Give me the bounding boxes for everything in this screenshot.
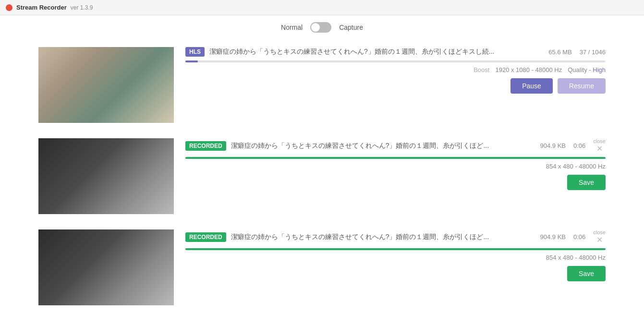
normal-label: Normal — [281, 24, 303, 31]
item-title-3: 潔癖症の姉から「うちとキスの練習させてくれへん?」婚前の１週間、糸が引くほど..… — [231, 233, 535, 241]
item-details-2: 854 x 480 - 48000 Hz — [185, 163, 606, 170]
capture-label: Capture — [339, 24, 363, 31]
item-title-2: 潔癖症の姉から「うちとキスの練習させてくれへん?」婚前の１週間、糸が引くほど..… — [231, 142, 535, 150]
item-details-1: Boost 1920 x 1080 - 48000 Hz Quality - H… — [185, 66, 606, 73]
item-info-2: RECORDED 潔癖症の姉から「うちとキスの練習させてくれへん?」婚前の１週間… — [185, 138, 606, 190]
app-name: Stream Recorder — [16, 4, 67, 11]
pause-button-1[interactable]: Pause — [510, 78, 553, 94]
progress-fill-3 — [185, 248, 606, 250]
resume-button-1[interactable]: Resume — [558, 78, 606, 94]
progress-bar-3 — [185, 248, 606, 250]
item-title-1: 潔癖症の姉から「うちとキスの練習させてくれへん?」婚前の１週間、糸が引くほどキス… — [209, 48, 544, 56]
thumbnail-image-3 — [38, 229, 174, 305]
item-count-2: 0:06 — [573, 142, 585, 149]
mode-selector: Normal Capture — [0, 15, 644, 39]
item-info-3: RECORDED 潔癖症の姉から「うちとキスの練習させてくれへん?」婚前の１週間… — [185, 229, 606, 281]
badge-recorded-3: RECORDED — [185, 232, 226, 242]
quality-label-1: Quality - High — [568, 66, 606, 73]
thumbnail-image-1 — [38, 47, 174, 123]
close-label-2: close — [593, 138, 606, 144]
resolution-1: 1920 x 1080 - 48000 Hz — [495, 66, 562, 73]
recordings-list: HLS 潔癖症の姉から「うちとキスの練習させてくれへん?」婚前の１週間、糸が引く… — [0, 39, 644, 321]
item-size-3: 904.9 KB — [540, 233, 566, 241]
thumbnail-3 — [38, 229, 174, 305]
item-header-2: RECORDED 潔癖症の姉から「うちとキスの練習させてくれへん?」婚前の１週間… — [185, 138, 606, 153]
progress-bar-2 — [185, 157, 606, 159]
record-item-3: RECORDED 潔癖症の姉から「うちとキスの練習させてくれへん?」婚前の１週間… — [38, 226, 606, 309]
item-size-1: 65.6 MB — [548, 48, 571, 56]
close-icon-3: ✕ — [596, 235, 603, 244]
save-button-2[interactable]: Save — [567, 175, 606, 190]
item-header-3: RECORDED 潔癖症の姉から「うちとキスの練習させてくれへん?」婚前の１週間… — [185, 229, 606, 244]
resolution-3: 854 x 480 - 48000 Hz — [546, 254, 606, 261]
item-info-1: HLS 潔癖症の姉から「うちとキスの練習させてくれへん?」婚前の１週間、糸が引く… — [185, 47, 606, 94]
thumbnail-1 — [38, 47, 174, 123]
progress-fill-1 — [185, 60, 198, 62]
progress-fill-2 — [185, 157, 606, 159]
quality-value-1: High — [593, 66, 606, 73]
record-item-2: RECORDED 潔癖症の姉から「うちとキスの練習させてくれへん?」婚前の１週間… — [38, 134, 606, 218]
record-item-1: HLS 潔癖症の姉から「うちとキスの練習させてくれへん?」婚前の１週間、糸が引く… — [38, 43, 606, 127]
titlebar: Stream Recorder ver 1.3.9 — [0, 0, 644, 15]
mode-toggle[interactable] — [310, 22, 331, 33]
item-details-3: 854 x 480 - 48000 Hz — [185, 254, 606, 261]
item-meta-3: 904.9 KB 0:06 close ✕ — [540, 229, 606, 244]
item-count-1: 37 / 1046 — [580, 48, 606, 56]
item-meta-1: 65.6 MB 37 / 1046 — [548, 48, 606, 56]
item-count-3: 0:06 — [573, 233, 585, 241]
progress-bar-1 — [185, 60, 606, 62]
boost-label-1: Boost — [474, 66, 489, 73]
save-button-3[interactable]: Save — [567, 266, 606, 281]
item-header-1: HLS 潔癖症の姉から「うちとキスの練習させてくれへん?」婚前の１週間、糸が引く… — [185, 47, 606, 57]
badge-hls-1: HLS — [185, 47, 205, 57]
resolution-2: 854 x 480 - 48000 Hz — [546, 163, 606, 170]
item-size-2: 904.9 KB — [540, 142, 566, 149]
app-version: ver 1.3.9 — [71, 4, 93, 11]
close-icon-2: ✕ — [596, 144, 603, 153]
close-label-3: close — [593, 229, 606, 235]
item-meta-2: 904.9 KB 0:06 close ✕ — [540, 138, 606, 153]
item-actions-2: Save — [185, 175, 606, 190]
item-actions-3: Save — [185, 266, 606, 281]
app-icon — [6, 4, 12, 11]
badge-recorded-2: RECORDED — [185, 141, 226, 151]
thumbnail-image-2 — [38, 138, 174, 214]
close-button-2[interactable]: close ✕ — [593, 138, 606, 153]
thumbnail-2 — [38, 138, 174, 214]
item-actions-1: Pause Resume — [185, 78, 606, 94]
close-button-3[interactable]: close ✕ — [593, 229, 606, 244]
